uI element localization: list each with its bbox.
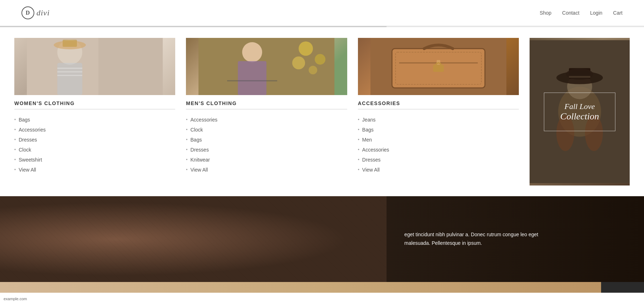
list-item: Accessories — [14, 125, 175, 135]
list-item: Dresses — [14, 135, 175, 145]
list-item: Dresses — [186, 145, 347, 155]
list-item: View All — [186, 165, 347, 175]
acc-item-accessories[interactable]: Accessories — [362, 147, 389, 153]
svg-rect-16 — [238, 61, 266, 95]
acc-item-men[interactable]: Men — [362, 137, 372, 143]
bottom-bar — [0, 282, 644, 293]
women-item-accessories[interactable]: Accessories — [19, 127, 45, 133]
banner-paragraph: eget tincidunt nibh pulvinar a. Donec ru… — [404, 231, 547, 248]
site-header: D divi Shop Contact Login Cart — [0, 0, 644, 26]
fall-text-box: Fall Love Collection — [544, 93, 615, 131]
category-women: WOMEN'S CLOTHING Bags Accessories Dresse… — [14, 38, 175, 175]
women-item-bags[interactable]: Bags — [19, 117, 30, 123]
list-item: Bags — [358, 125, 519, 135]
list-item: Accessories — [358, 145, 519, 155]
svg-rect-8 — [63, 40, 77, 47]
women-image — [14, 38, 175, 95]
mens-item-bags[interactable]: Bags — [191, 137, 202, 143]
accessories-image — [358, 38, 519, 95]
mens-item-accessories[interactable]: Accessories — [191, 117, 217, 123]
svg-point-15 — [242, 42, 262, 62]
list-item: Jeans — [358, 115, 519, 125]
mens-divider — [186, 109, 347, 109]
mens-item-dresses[interactable]: Dresses — [191, 147, 209, 153]
svg-rect-26 — [395, 52, 481, 84]
acc-item-jeans[interactable]: Jeans — [362, 117, 375, 123]
list-item: Bags — [186, 135, 347, 145]
accessories-divider — [358, 109, 519, 109]
category-mens: MEN'S CLOTHING Accessories Clock Bags Dr… — [186, 38, 347, 175]
banner-leather-bg — [0, 196, 387, 282]
women-item-dresses[interactable]: Dresses — [19, 137, 37, 143]
women-list: Bags Accessories Dresses Clock Sweetshir… — [14, 115, 175, 175]
svg-point-12 — [315, 54, 325, 65]
acc-item-dresses[interactable]: Dresses — [362, 157, 380, 163]
list-item: Knitwear — [186, 155, 347, 165]
fall-image: Fall Love Collection — [530, 38, 630, 185]
list-item: Dresses — [358, 155, 519, 165]
fall-text-main: Collection — [551, 111, 608, 122]
main-nav: Shop Contact Login Cart — [540, 10, 623, 16]
nav-contact[interactable]: Contact — [562, 10, 579, 16]
nav-login[interactable]: Login — [590, 10, 602, 16]
accessories-list: Jeans Bags Men Accessories Dresses View … — [358, 115, 519, 175]
banner-section: eget tincidunt nibh pulvinar a. Donec ru… — [0, 196, 644, 282]
svg-point-14 — [309, 66, 317, 74]
list-item: Bags — [14, 115, 175, 125]
fall-collection[interactable]: Fall Love Collection — [530, 38, 630, 185]
leather-texture — [0, 196, 387, 282]
nav-shop[interactable]: Shop — [540, 10, 551, 16]
list-item: Men — [358, 135, 519, 145]
nav-cart[interactable]: Cart — [613, 10, 623, 16]
category-accessories: ACCESSORIES Jeans Bags Men Accessories D… — [358, 38, 519, 175]
logo-name: divi — [36, 8, 50, 18]
mens-item-viewall[interactable]: View All — [191, 167, 208, 173]
list-item: View All — [358, 165, 519, 175]
acc-item-viewall[interactable]: View All — [362, 167, 380, 173]
banner-text: eget tincidunt nibh pulvinar a. Donec ru… — [404, 231, 547, 248]
accessories-title: ACCESSORIES — [358, 100, 519, 106]
women-item-viewall[interactable]: View All — [19, 167, 36, 173]
svg-point-11 — [299, 41, 313, 56]
mens-item-knitwear[interactable]: Knitwear — [191, 157, 210, 163]
site-logo[interactable]: D divi — [21, 6, 50, 19]
mens-title: MEN'S CLOTHING — [186, 100, 347, 106]
list-item: Accessories — [186, 115, 347, 125]
women-item-clock[interactable]: Clock — [19, 147, 31, 153]
list-item: Clock — [14, 145, 175, 155]
acc-item-bags[interactable]: Bags — [362, 127, 374, 133]
men-image — [186, 38, 347, 95]
svg-point-13 — [292, 56, 305, 69]
category-grid: WOMEN'S CLOTHING Bags Accessories Dresse… — [14, 27, 630, 196]
fall-text-script: Fall Love — [551, 102, 608, 111]
logo-circle: D — [21, 6, 34, 19]
list-item: Clock — [186, 125, 347, 135]
list-item: View All — [14, 165, 175, 175]
mens-item-clock[interactable]: Clock — [191, 127, 203, 133]
women-divider — [14, 109, 175, 109]
bottom-bar-right — [601, 282, 644, 293]
mens-list: Accessories Clock Bags Dresses Knitwear … — [186, 115, 347, 175]
women-item-sweetshirt[interactable]: Sweetshirt — [19, 157, 42, 163]
list-item: Sweetshirt — [14, 155, 175, 165]
main-content: WOMEN'S CLOTHING Bags Accessories Dresse… — [0, 27, 644, 196]
women-title: WOMEN'S CLOTHING — [14, 100, 175, 106]
